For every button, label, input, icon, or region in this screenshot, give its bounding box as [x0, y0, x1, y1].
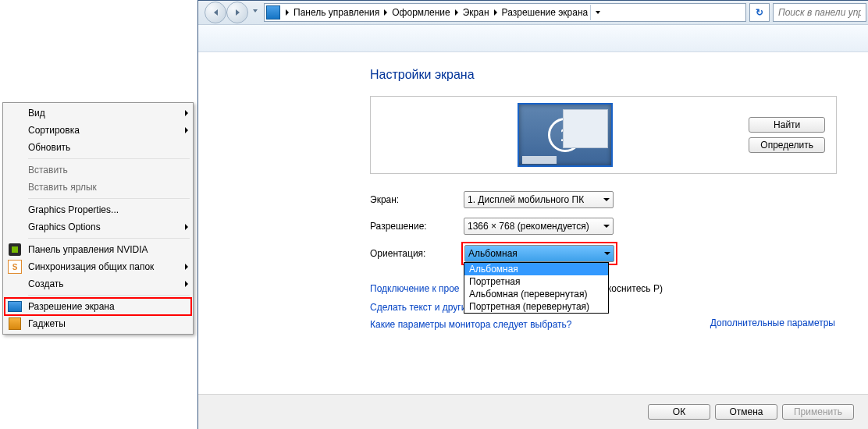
- search-input[interactable]: [777, 6, 863, 19]
- menu-separator: [28, 295, 190, 296]
- breadcrumb-item[interactable]: Оформление: [390, 7, 452, 18]
- chevron-right-icon: [185, 264, 188, 270]
- nav-history-dropdown[interactable]: [250, 2, 261, 20]
- orientation-option[interactable]: Портретная (перевернутая): [464, 300, 608, 313]
- menu-separator: [28, 238, 190, 239]
- orientation-option[interactable]: Альбомная: [464, 263, 608, 275]
- dialog-footer: ОК Отмена Применить: [198, 394, 868, 429]
- ok-button[interactable]: ОК: [648, 404, 710, 420]
- arrow-right-icon: [236, 9, 240, 16]
- title-bar: Панель управления Оформление Экран Разре…: [198, 1, 868, 25]
- monitor-icon: [8, 301, 22, 312]
- refresh-button[interactable]: ↻: [749, 3, 770, 22]
- display-row: Экран: 1. Дисплей мобильного ПК: [370, 191, 837, 208]
- orientation-dropdown[interactable]: Альбомная: [464, 245, 614, 262]
- chevron-down-icon: [604, 252, 610, 255]
- menu-item-graphics-options[interactable]: Graphics Options: [5, 218, 191, 236]
- menu-item-refresh[interactable]: Обновить: [5, 139, 191, 156]
- desktop-context-menu: Вид Сортировка Обновить Вставить Вставит…: [2, 102, 194, 335]
- menu-item-gadgets[interactable]: Гаджеты: [5, 315, 191, 332]
- chevron-right-icon: [185, 127, 188, 133]
- chevron-down-icon: [253, 9, 258, 12]
- orientation-dropdown-list: Альбомная Портретная Альбомная (переверн…: [464, 262, 609, 314]
- menu-separator: [28, 198, 190, 199]
- address-dropdown[interactable]: [590, 5, 605, 20]
- chevron-right-icon: [494, 9, 497, 16]
- chevron-down-icon: [603, 198, 610, 201]
- menu-item-paste: Вставить: [5, 161, 191, 179]
- menu-item-sync-folders[interactable]: S Синхронизация общих папок: [5, 258, 191, 275]
- find-button[interactable]: Найти: [749, 117, 825, 133]
- menu-item-sort[interactable]: Сортировка: [5, 122, 191, 139]
- gadget-icon: [9, 317, 21, 330]
- content-area: Настройки экрана 1 Найти Определить Экра…: [198, 52, 868, 394]
- arrow-left-icon: [214, 9, 218, 16]
- chevron-right-icon: [185, 224, 188, 230]
- nvidia-icon: [9, 243, 21, 256]
- control-panel-icon: [266, 5, 280, 20]
- chevron-right-icon: [185, 110, 188, 116]
- orientation-option[interactable]: Альбомная (перевернутая): [464, 288, 608, 300]
- nav-forward-button[interactable]: [226, 2, 248, 23]
- chevron-down-icon: [596, 11, 600, 14]
- nav-back-button[interactable]: [205, 2, 226, 23]
- refresh-icon: ↻: [756, 7, 763, 18]
- resolution-row: Разрешение: 1366 × 768 (рекомендуется): [370, 218, 837, 235]
- menu-item-nvidia[interactable]: Панель управления NVIDIA: [5, 241, 191, 258]
- toolbar-strip: [198, 25, 868, 52]
- breadcrumb-item[interactable]: Панель управления: [291, 7, 382, 18]
- menu-item-graphics-properties[interactable]: Graphics Properties...: [5, 201, 191, 218]
- resolution-label: Разрешение:: [370, 221, 464, 232]
- chevron-right-icon: [455, 9, 458, 16]
- cancel-button[interactable]: Отмена: [715, 404, 777, 420]
- orientation-label: Ориентация:: [370, 248, 464, 259]
- display-preview-box: 1 Найти Определить: [370, 96, 837, 174]
- detect-button[interactable]: Определить: [749, 137, 825, 153]
- mini-taskbar-icon: [522, 156, 557, 164]
- sync-icon: S: [8, 260, 22, 274]
- address-bar[interactable]: Панель управления Оформление Экран Разре…: [264, 3, 746, 22]
- chevron-right-icon: [384, 9, 387, 16]
- breadcrumb-item[interactable]: Разрешение экрана: [500, 7, 591, 18]
- menu-separator: [28, 158, 190, 159]
- apply-button[interactable]: Применить: [782, 404, 854, 420]
- control-panel-window: Панель управления Оформление Экран Разре…: [197, 0, 868, 429]
- menu-item-view[interactable]: Вид: [5, 105, 191, 122]
- chevron-right-icon: [286, 9, 289, 16]
- menu-item-create[interactable]: Создать: [5, 275, 191, 292]
- resolution-dropdown[interactable]: 1366 × 768 (рекомендуется): [464, 218, 614, 235]
- breadcrumb-item[interactable]: Экран: [461, 7, 492, 18]
- orientation-row: Ориентация: Альбомная Альбомная Портретн…: [370, 244, 837, 263]
- menu-item-paste-shortcut: Вставить ярлык: [5, 179, 191, 196]
- monitor-thumbnail[interactable]: 1: [518, 103, 613, 167]
- chevron-right-icon: [185, 281, 188, 287]
- orientation-option[interactable]: Портретная: [464, 275, 608, 288]
- chevron-down-icon: [603, 225, 610, 228]
- search-box[interactable]: [773, 3, 866, 22]
- menu-item-screen-resolution[interactable]: Разрешение экрана: [5, 298, 191, 315]
- display-dropdown[interactable]: 1. Дисплей мобильного ПК: [464, 191, 614, 208]
- advanced-settings-link[interactable]: Дополнительные параметры: [710, 317, 835, 328]
- display-label: Экран:: [370, 194, 464, 205]
- page-title: Настройки экрана: [370, 68, 837, 82]
- mini-window-icon: [563, 109, 608, 148]
